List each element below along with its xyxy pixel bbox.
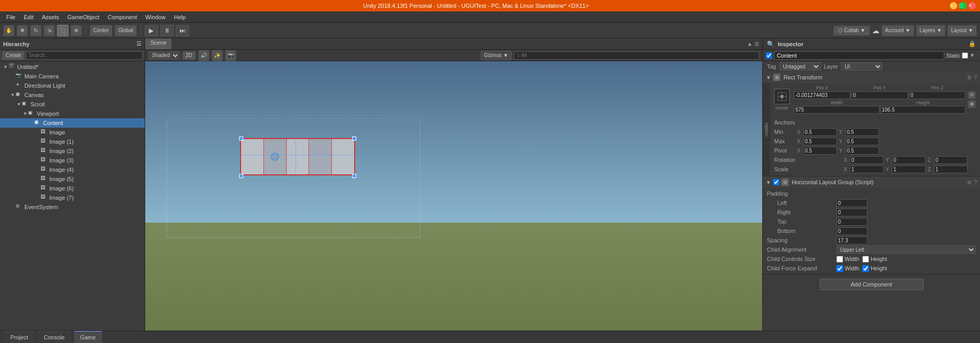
- tree-item-content[interactable]: ▣ Content: [0, 118, 145, 128]
- rotate-tool-button[interactable]: ↻: [30, 25, 41, 36]
- handle-tl[interactable]: [239, 136, 243, 141]
- hlg-header[interactable]: ▼ ⊟ Horizontal Layout Group (Script) ⚙ ?: [763, 176, 980, 188]
- scene-close-icon[interactable]: ▲: [747, 41, 752, 47]
- scene-audio-btn[interactable]: 🔊: [198, 50, 209, 61]
- right-field[interactable]: [836, 209, 867, 216]
- add-component-button[interactable]: Add Component: [820, 279, 923, 290]
- scale-x-field[interactable]: [850, 166, 884, 173]
- cloud-icon[interactable]: ☁: [872, 26, 879, 35]
- min-x-field[interactable]: [803, 128, 837, 136]
- menu-file[interactable]: File: [2, 13, 20, 21]
- ccs-height-label[interactable]: Height: [862, 256, 887, 263]
- maximize-button[interactable]: □: [959, 2, 967, 9]
- rot-z-field[interactable]: [934, 156, 968, 164]
- cfe-width-label[interactable]: Width: [836, 265, 859, 272]
- handle-tr[interactable]: [352, 136, 356, 141]
- tree-item-image[interactable]: 🖼 Image: [0, 128, 145, 137]
- tree-item-untitled[interactable]: ▼ 🎬 Untitled*: [0, 62, 145, 72]
- transform-tool-button[interactable]: ⊕: [71, 25, 82, 36]
- scale-y-field[interactable]: [892, 166, 926, 173]
- minimize-button[interactable]: −: [950, 2, 957, 9]
- max-x-field[interactable]: [803, 138, 837, 145]
- tree-item-image1[interactable]: 🖼 Image (1): [0, 137, 145, 146]
- handle-br[interactable]: [352, 174, 356, 178]
- shading-mode-select[interactable]: Shaded: [148, 51, 180, 60]
- hand-tool-button[interactable]: ✋: [3, 25, 15, 36]
- scale-tool-button[interactable]: ⇲: [44, 25, 55, 36]
- tree-item-image7[interactable]: 🖼 Image (7): [0, 193, 145, 202]
- play-button[interactable]: ▶: [145, 25, 158, 36]
- hierarchy-menu-icon[interactable]: ☰: [136, 40, 142, 47]
- ccs-height-checkbox[interactable]: [862, 256, 869, 263]
- scene-camera-btn[interactable]: 📷: [225, 50, 236, 61]
- cfe-height-checkbox[interactable]: [862, 265, 869, 272]
- static-checkbox[interactable]: [962, 52, 968, 59]
- tree-item-image2[interactable]: 🖼 Image (2): [0, 146, 145, 156]
- ccs-width-checkbox[interactable]: [836, 256, 843, 263]
- tree-item-eventsystem[interactable]: ⚙ EventSystem: [0, 202, 145, 212]
- tag-select[interactable]: Untagged: [779, 62, 821, 71]
- inspector-lock-icon[interactable]: 🔒: [969, 40, 976, 47]
- menu-assets[interactable]: Assets: [38, 13, 63, 21]
- child-alignment-select[interactable]: Upper Left Upper Center Upper Right Midd…: [836, 245, 976, 254]
- project-tab[interactable]: Project: [4, 331, 34, 344]
- 2d-toggle[interactable]: 2D: [182, 51, 196, 60]
- tree-item-canvas[interactable]: ▼ ▣ Canvas: [0, 90, 145, 100]
- pivot-y-field[interactable]: [845, 147, 879, 155]
- tree-item-image5[interactable]: 🖼 Image (5): [0, 174, 145, 184]
- rect-tool-button[interactable]: ⬚: [57, 25, 68, 36]
- rt-menu-icon[interactable]: ⚙: [967, 75, 972, 80]
- console-tab[interactable]: Console: [37, 331, 71, 344]
- top-field[interactable]: [836, 218, 867, 226]
- tree-item-dir-light[interactable]: ☀ Directional Light: [0, 81, 145, 90]
- handle-bl[interactable]: [239, 174, 243, 178]
- gizmos-button[interactable]: Gizmos ▼: [481, 51, 512, 60]
- max-y-field[interactable]: [845, 138, 879, 145]
- bottom-field[interactable]: [836, 227, 867, 235]
- scene-canvas[interactable]: [145, 61, 762, 331]
- width-field[interactable]: [794, 106, 879, 114]
- tree-item-viewport[interactable]: ▼ ▣ Viewport: [0, 109, 145, 118]
- object-name-field[interactable]: [774, 51, 944, 60]
- height-field[interactable]: [880, 106, 966, 114]
- scene-effects-btn[interactable]: ✨: [212, 50, 223, 61]
- layout-button[interactable]: Layout ▼: [947, 25, 977, 36]
- menu-help[interactable]: Help: [170, 13, 190, 21]
- tree-item-image4[interactable]: 🖼 Image (4): [0, 165, 145, 174]
- hlg-menu-icon[interactable]: ⚙: [967, 180, 972, 185]
- content-strip[interactable]: [240, 138, 355, 175]
- hierarchy-create-button[interactable]: Create: [2, 51, 25, 60]
- pos-y-field[interactable]: [851, 91, 908, 99]
- rt-btn-2[interactable]: ⊠: [968, 100, 976, 108]
- static-dropdown[interactable]: ▼: [970, 52, 975, 58]
- rot-x-field[interactable]: [850, 156, 884, 164]
- scene-menu-icon[interactable]: ☰: [754, 41, 759, 47]
- spacing-field[interactable]: [836, 237, 867, 244]
- menu-gameobject[interactable]: GameObject: [63, 13, 104, 21]
- cfe-width-checkbox[interactable]: [836, 265, 843, 272]
- account-button[interactable]: Account ▼: [881, 25, 914, 36]
- layer-select[interactable]: UI: [841, 62, 883, 71]
- menu-window[interactable]: Window: [141, 13, 170, 21]
- rt-btn-1[interactable]: ⊡: [968, 91, 976, 99]
- global-button[interactable]: Global: [115, 25, 137, 36]
- pause-button[interactable]: ⏸: [160, 25, 174, 36]
- game-tab[interactable]: Game: [74, 331, 102, 344]
- menu-edit[interactable]: Edit: [20, 13, 38, 21]
- rect-transform-header[interactable]: ▼ ⊞ Rect Transform ⚙ ?: [763, 72, 980, 83]
- center-button[interactable]: Center: [90, 25, 113, 36]
- cfe-height-label[interactable]: Height: [862, 265, 887, 272]
- rot-y-field[interactable]: [892, 156, 926, 164]
- rt-help-icon[interactable]: ?: [974, 75, 977, 80]
- pos-x-field[interactable]: [794, 91, 850, 99]
- layers-button[interactable]: Layers ▼: [916, 25, 946, 36]
- pivot-x-field[interactable]: [803, 147, 837, 155]
- hlg-help-icon[interactable]: ?: [974, 180, 977, 185]
- pos-z-field[interactable]: [909, 91, 965, 99]
- scene-tab[interactable]: Scene: [145, 38, 172, 49]
- scene-search-input[interactable]: [514, 51, 759, 60]
- collab-button[interactable]: ⬡ Collab ▼: [833, 25, 870, 36]
- tree-item-scroll[interactable]: ▼ ▣ Scroll: [0, 100, 145, 109]
- menu-component[interactable]: Component: [103, 13, 141, 21]
- hlg-enabled-checkbox[interactable]: [773, 179, 779, 185]
